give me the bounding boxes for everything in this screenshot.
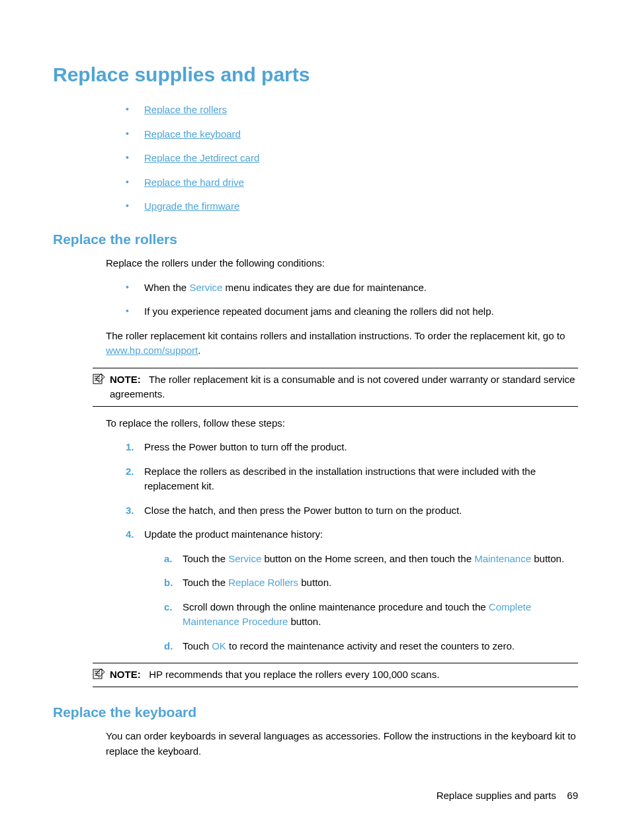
note-box-1: NOTE: The roller replacement kit is a co… (93, 368, 578, 407)
cond1-pre: When the (144, 282, 189, 293)
page-footer: Replace supplies and parts 69 (437, 788, 578, 804)
section-heading-keyboard: Replace the keyboard (53, 702, 578, 723)
substep-d: Touch OK to record the maintenance activ… (164, 639, 578, 654)
steps-intro: To replace the rollers, follow these ste… (106, 416, 578, 431)
toc-link-jetdirect[interactable]: Replace the Jetdirect card (144, 152, 259, 163)
sa-mid: button on the Home screen, and then touc… (261, 553, 474, 564)
note-icon (93, 372, 106, 384)
cond1-post: menu indicates they are due for maintena… (222, 282, 427, 293)
toc-link-firmware[interactable]: Upgrade the firmware (144, 200, 239, 212)
kit-pre: The roller replacement kit contains roll… (106, 330, 565, 341)
note2-text: HP recommends that you replace the rolle… (149, 669, 439, 680)
step4-text: Update the product maintenance history: (144, 528, 323, 540)
note1-text: The roller replacement kit is a consumab… (110, 374, 575, 400)
note-label: NOTE: (110, 374, 141, 385)
substep-c: Scroll down through the online maintenan… (164, 600, 578, 630)
note-label: NOTE: (110, 669, 141, 680)
sb-post: button. (298, 577, 331, 588)
step-1: Press the Power button to turn off the p… (126, 440, 578, 455)
substep-b: Touch the Replace Rollers button. (164, 575, 578, 591)
toc-link-harddrive[interactable]: Replace the hard drive (144, 177, 244, 188)
step-4: Update the product maintenance history: … (126, 527, 578, 653)
toc-link-rollers[interactable]: Replace the rollers (144, 104, 227, 115)
sb-pre: Touch the (183, 577, 228, 588)
sd-post: to record the maintenance activity and r… (226, 640, 515, 651)
ok-button-label: OK (212, 640, 226, 651)
sd-pre: Touch (183, 640, 212, 651)
kit-post: . (198, 345, 200, 356)
sa-post: button. (531, 553, 564, 564)
toc-list: Replace the rollers Replace the keyboard… (126, 103, 578, 214)
keyboard-text: You can order keyboards in several langu… (106, 729, 578, 759)
page-title: Replace supplies and parts (53, 60, 578, 89)
kit-info: The roller replacement kit contains roll… (106, 329, 578, 358)
support-link[interactable]: www.hp.com/support (106, 345, 198, 356)
toc-link-keyboard[interactable]: Replace the keyboard (144, 128, 241, 140)
maintenance-button-label: Maintenance (474, 553, 531, 564)
rollers-intro: Replace the rollers under the following … (106, 256, 578, 271)
substeps-list: Touch the Service button on the Home scr… (164, 552, 578, 654)
condition-1: When the Service menu indicates they are… (126, 280, 578, 296)
section-heading-rollers: Replace the rollers (53, 229, 578, 250)
sc-pre: Scroll down through the online maintenan… (183, 601, 489, 612)
svg-rect-4 (93, 669, 102, 679)
sa-pre: Touch the (183, 553, 228, 564)
sc-post: button. (288, 616, 321, 627)
service-button-label: Service (228, 553, 261, 564)
condition-2: If you experience repeated document jams… (126, 304, 578, 319)
svg-rect-0 (93, 374, 102, 384)
service-menu-label: Service (189, 282, 222, 293)
substep-a: Touch the Service button on the Home scr… (164, 552, 578, 567)
replace-rollers-button-label: Replace Rollers (228, 577, 298, 588)
step-3: Close the hatch, and then press the Powe… (126, 503, 578, 519)
note-icon (93, 667, 106, 679)
page-number: 69 (567, 790, 578, 801)
steps-list: Press the Power button to turn off the p… (126, 440, 578, 653)
footer-text: Replace supplies and parts (437, 790, 556, 801)
note-box-2: NOTE: HP recommends that you replace the… (93, 663, 578, 687)
conditions-list: When the Service menu indicates they are… (126, 280, 578, 319)
step-2: Replace the rollers as described in the … (126, 464, 578, 494)
